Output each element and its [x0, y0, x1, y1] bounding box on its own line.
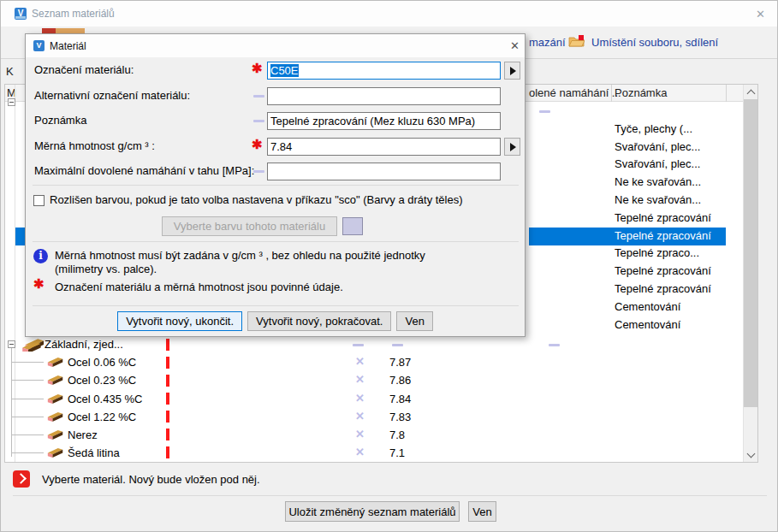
tree-connector [11, 434, 44, 435]
material-icon [46, 411, 65, 423]
dialog-close-icon[interactable]: ✕ [510, 39, 520, 52]
selected-text: C50E [270, 64, 299, 77]
material-designation-input[interactable]: C50E [267, 62, 501, 80]
no-color-x-icon: ✕ [355, 446, 365, 458]
material-designation-picker-button[interactable] [504, 62, 520, 80]
window-close-icon[interactable]: ✕ [756, 8, 765, 21]
tree-item-label[interactable]: Ocel 1.22 %C [68, 411, 136, 423]
note-cell: Svařování, plec... [615, 157, 700, 170]
tree-connector [11, 399, 44, 399]
alt-designation-label: Alternativní označení materiálu: [34, 89, 190, 102]
density-cell: 7.83 [389, 411, 411, 423]
no-color-x-icon: ✕ [355, 410, 365, 423]
dialog-divider [33, 185, 519, 186]
tree-root-label[interactable]: Základní, zjed... [45, 338, 123, 351]
dialog-divider [33, 305, 519, 306]
material-icon [46, 356, 65, 368]
table-row-selected[interactable]: Tepelné zpracování [529, 228, 726, 245]
note-cell: Ne ke svařován... [615, 175, 701, 188]
window-title: Seznam materiálů [32, 8, 115, 20]
note-cell: Cementování [615, 318, 680, 331]
alt-designation-input[interactable] [267, 87, 501, 105]
material-color-swatch [342, 217, 363, 235]
material-icon [46, 393, 65, 405]
note-label: Poznámka [34, 114, 86, 127]
no-color-x-icon: ✕ [355, 373, 365, 386]
note-cell: Cementování [615, 300, 680, 313]
material-dialog: V Materiál ✕ Označení materiálu:✱C50EAlt… [25, 33, 526, 337]
scrollbar-up-button[interactable] [744, 85, 757, 99]
material-icon [46, 374, 65, 386]
column-header-stress-truncated[interactable]: olené namáhání ... [529, 86, 621, 99]
tree-item-label[interactable]: Nerez [68, 429, 98, 441]
column-divider [726, 85, 727, 102]
info-text-line2: (milimetry vs. palce). [55, 263, 157, 275]
tree-connector [11, 348, 12, 457]
material-icon [46, 446, 65, 458]
dialog-logo-icon: V [33, 40, 45, 51]
note-cell: Tepelné zpraco... [615, 246, 699, 259]
table-inner-border [15, 85, 15, 462]
required-note-text: Označení materiálu a měrná hmotnost jsou… [55, 281, 343, 293]
tree-item-label[interactable]: Šedá litina [68, 446, 120, 459]
create-new-continue-button[interactable]: Vytvořit nový, pokračovat. [247, 311, 391, 331]
exit-button[interactable]: Ven [468, 501, 496, 522]
table-scrollbar[interactable] [743, 85, 757, 462]
color-distinguish-checkbox[interactable] [33, 195, 45, 206]
max-tensile-stress-input[interactable] [267, 163, 501, 180]
note-cell: Tyče, plechy (... [615, 122, 692, 135]
tree-connector [11, 362, 44, 363]
save-material-list-button[interactable]: Uložit změněný seznam materiálů [285, 501, 460, 522]
note-cell: Tepelné zpracování [615, 211, 711, 224]
scrollbar-thumb[interactable] [744, 99, 757, 407]
note-cell: Tepelné zpracování [615, 264, 711, 277]
required-asterisk-icon: ✱ [33, 276, 45, 292]
no-color-x-icon: ✕ [355, 392, 365, 405]
density-label: Měrná hmotnost g/cm ³ : [34, 139, 155, 152]
dialog-divider [33, 241, 519, 242]
material-list-window: V Seznam materiálů ✕ mazání Umístění sou… [0, 0, 778, 532]
toolbar-item-delete-truncated[interactable]: mazání [529, 36, 566, 49]
tree-connector [11, 380, 44, 381]
material-icon [21, 337, 44, 352]
tree-root-expander[interactable] [8, 98, 15, 106]
no-color-x-icon: ✕ [355, 355, 365, 368]
dialog-title: Materiál [50, 40, 86, 52]
optional-marker-dash [253, 95, 264, 98]
optional-marker-dash [253, 170, 264, 173]
select-color-button[interactable]: Vyberte barvu tohoto materiálu [162, 216, 337, 236]
density-cell: 7.86 [389, 374, 411, 387]
material-designation-label: Označení materiálu: [34, 63, 134, 76]
tree-item-label[interactable]: Ocel 0.06 %C [68, 356, 136, 369]
insertion-indicator-line [166, 339, 169, 460]
tree-item-label[interactable]: Ocel 0.23 %C [68, 374, 136, 387]
density-cell: 7.1 [389, 446, 405, 459]
density-picker-button[interactable] [504, 138, 520, 156]
column-header-note[interactable]: Poznámka [615, 86, 667, 99]
status-arrow-icon [13, 470, 30, 488]
required-marker-icon: ✱ [252, 137, 263, 152]
tree-connector [11, 417, 44, 417]
window-titlebar: V Seznam materiálů ✕ [1, 1, 777, 27]
tree-root-collapse-box[interactable] [8, 340, 15, 348]
optional-marker-dash [253, 120, 264, 122]
scrollbar-down-button[interactable] [744, 447, 757, 462]
material-icon [46, 429, 65, 440]
note-cell: Svařování, plec... [615, 140, 700, 153]
status-message: Vyberte materiál. Nový bude vložen pod n… [42, 473, 260, 486]
required-marker-icon: ✱ [252, 61, 263, 76]
density-cell: 7.87 [389, 356, 411, 369]
no-color-x-icon: ✕ [355, 428, 365, 440]
status-divider [13, 495, 767, 496]
dialog-button-row: Vytvořit nový, ukončit. Vytvořit nový, p… [26, 311, 525, 331]
dialog-exit-button[interactable]: Ven [396, 311, 432, 331]
dialog-titlebar: V Materiál ✕ [26, 34, 525, 57]
empty-value-dash [353, 344, 364, 346]
density-cell: 7.84 [389, 393, 411, 405]
note-cell: Tepelné zpracování [615, 229, 711, 242]
create-new-finish-button[interactable]: Vytvořit nový, ukončit. [117, 311, 242, 331]
toolbar-item-file-location[interactable]: Umístění souboru, sdílení [591, 36, 718, 49]
density-input[interactable]: 7.84 [267, 138, 501, 156]
tree-item-label[interactable]: Ocel 0.435 %C [68, 393, 142, 405]
note-input[interactable]: Tepelné zpracování (Mez kluzu 630 MPa) [267, 112, 501, 130]
